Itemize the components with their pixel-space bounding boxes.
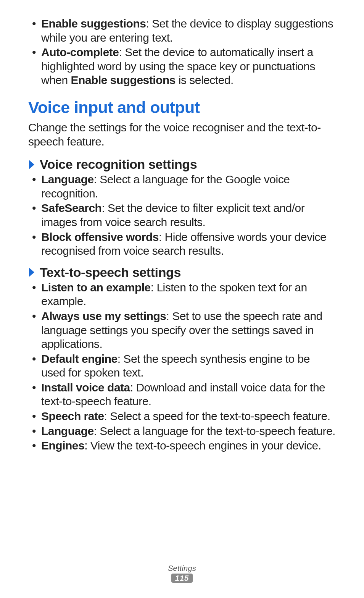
- inline-bold: Enable suggestions: [71, 74, 176, 86]
- subheading-voice-recognition: Voice recognition settings: [28, 157, 336, 172]
- term-label: Default engine: [41, 352, 118, 365]
- list-item: Always use my settings: Set to use the s…: [28, 309, 336, 351]
- section-lead: Change the settings for the voice recogn…: [28, 121, 336, 149]
- subheading-tts: Text-to-speech settings: [28, 265, 336, 280]
- subheading-label: Voice recognition settings: [40, 157, 197, 172]
- term-label: Engines: [41, 439, 84, 452]
- content-area: Enable suggestions: Set the device to di…: [28, 17, 336, 556]
- keyboard-settings-list: Enable suggestions: Set the device to di…: [28, 17, 336, 87]
- term-description: : Select a language for the text-to-spee…: [94, 425, 335, 437]
- term-label: Speech rate: [41, 410, 104, 422]
- term-label: Enable suggestions: [41, 17, 146, 30]
- list-item: Auto-complete: Set the device to automat…: [28, 45, 336, 87]
- term-description-post: is selected.: [176, 74, 234, 86]
- list-item: Install voice data: Download and install…: [28, 381, 336, 409]
- list-item: Default engine: Set the speech synthesis…: [28, 352, 336, 380]
- list-item: Language: Select a language for the Goog…: [28, 173, 336, 200]
- footer-section-label: Settings: [28, 564, 336, 573]
- list-item: SafeSearch: Set the device to filter exp…: [28, 201, 336, 229]
- page-footer: Settings 115: [28, 556, 336, 583]
- chevron-right-icon: [28, 159, 35, 170]
- voice-recognition-list: Language: Select a language for the Goog…: [28, 173, 336, 258]
- page-number-badge: 115: [171, 574, 193, 583]
- list-item: Language: Select a language for the text…: [28, 424, 336, 438]
- term-description: : View the text-to-speech engines in you…: [84, 439, 321, 452]
- subheading-label: Text-to-speech settings: [40, 265, 181, 280]
- svg-marker-0: [29, 160, 34, 169]
- term-description: : Select a speed for the text-to-speech …: [104, 410, 330, 422]
- tts-list: Listen to an example: Listen to the spok…: [28, 281, 336, 453]
- term-label: Language: [41, 173, 94, 186]
- list-item: Speech rate: Select a speed for the text…: [28, 409, 336, 423]
- list-item: Enable suggestions: Set the device to di…: [28, 17, 336, 45]
- term-label: Block offensive words: [41, 231, 159, 243]
- term-label: Language: [41, 425, 94, 437]
- list-item: Engines: View the text-to-speech engines…: [28, 439, 336, 453]
- section-title: Voice input and output: [28, 98, 336, 117]
- term-label: Auto-complete: [41, 46, 119, 58]
- term-label: SafeSearch: [41, 202, 101, 214]
- list-item: Listen to an example: Listen to the spok…: [28, 281, 336, 309]
- term-label: Always use my settings: [41, 310, 166, 322]
- term-label: Install voice data: [41, 381, 130, 394]
- document-page: Enable suggestions: Set the device to di…: [0, 0, 364, 598]
- term-label: Listen to an example: [41, 281, 151, 294]
- svg-marker-1: [29, 268, 34, 277]
- chevron-right-icon: [28, 267, 35, 278]
- list-item: Block offensive words: Hide offensive wo…: [28, 230, 336, 258]
